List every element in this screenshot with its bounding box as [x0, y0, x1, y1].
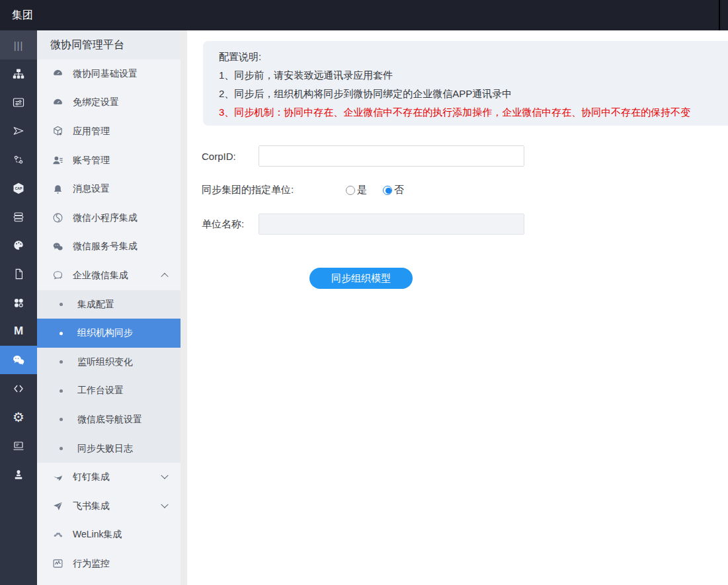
sidebar-item-label: 消息设置: [73, 183, 110, 195]
sidebar-item-message-settings[interactable]: 消息设置: [37, 175, 181, 204]
app-cube-icon: [52, 126, 63, 137]
sidebar-subitem-label: 同步失败日志: [77, 443, 133, 455]
chevron-down-icon: [161, 500, 168, 508]
wecom-icon: [52, 270, 63, 282]
corpid-input[interactable]: [259, 145, 524, 167]
m-letter-icon[interactable]: M: [0, 317, 37, 346]
welink-icon: [52, 529, 63, 541]
corpid-label: CorpID:: [202, 151, 259, 162]
radio-yes[interactable]: 是: [346, 184, 367, 196]
sidebar-item-wecom-integration[interactable]: 企业微信集成: [37, 261, 181, 290]
chevron-down-icon: [161, 472, 168, 479]
bullet-icon: [60, 389, 63, 393]
code-icon[interactable]: [0, 374, 37, 403]
palette-icon[interactable]: [0, 231, 37, 260]
sidebar-item-miniprogram-integration[interactable]: 微信小程序集成: [37, 204, 181, 233]
monitor-icon: [52, 558, 63, 570]
wechat-service-icon: [52, 241, 63, 253]
main-content: 配置说明: 1、同步前，请安装致远通讯录应用套件 2、同步后，组织机构将同步到微…: [187, 30, 728, 585]
dingtalk-icon: [52, 471, 63, 483]
notice-title: 配置说明:: [219, 48, 719, 66]
bullet-icon: [60, 447, 63, 450]
bullet-icon: [60, 360, 63, 364]
icon-rail: ||| CAP M: [0, 30, 37, 585]
sync-org-model-button[interactable]: 同步组织模型: [309, 268, 413, 289]
org-structure-icon[interactable]: [0, 59, 37, 88]
terminal-icon[interactable]: [0, 432, 37, 460]
sidebar-item-feishu-integration[interactable]: 飞书集成: [37, 492, 181, 521]
apps-grid-icon[interactable]: [0, 288, 37, 317]
flow-link-icon[interactable]: [0, 145, 37, 174]
sync-unit-row: 同步集团的指定单位: 是 否: [202, 184, 728, 196]
document-icon[interactable]: [0, 260, 37, 288]
sidebar-subitem-workbench-settings[interactable]: 工作台设置: [37, 377, 181, 406]
sidebar-item-label: 行为监控: [73, 558, 110, 570]
sidebar-item-dingtalk-integration[interactable]: 钉钉集成: [37, 463, 181, 492]
sidebar-item-label: WeLink集成: [73, 529, 122, 541]
settings-panel-icon[interactable]: [0, 88, 37, 116]
sidebar-item-label: 应用管理: [73, 126, 110, 137]
feishu-icon: [52, 500, 63, 512]
sidebar-item-app-management[interactable]: 应用管理: [37, 117, 181, 146]
corpid-row: CorpID:: [202, 145, 728, 167]
topbar-title: 集团: [12, 9, 33, 22]
wecom-submenu: 集成配置 组织机构同步 监听组织变化 工作台设置 微信底导航设置 同步失败日志: [37, 290, 181, 463]
radio-no[interactable]: 否: [383, 184, 404, 196]
gear-icon[interactable]: ⚙: [0, 403, 37, 432]
send-icon[interactable]: [0, 117, 37, 145]
sidebar-subitem-label: 工作台设置: [77, 385, 124, 397]
radio-no-label: 否: [394, 184, 404, 196]
sidebar-subitem-listen-org-changes[interactable]: 监听组织变化: [37, 348, 181, 377]
sidebar-subitem-sync-failure-log[interactable]: 同步失败日志: [37, 434, 181, 463]
sidebar-item-label: 免绑定设置: [73, 97, 119, 108]
gauge-icon: [52, 68, 63, 80]
sidebar-item-label: 微信服务号集成: [73, 241, 138, 253]
sidebar-title: 微协同管理平台: [37, 30, 181, 59]
sidebar-item-label: 微信小程序集成: [73, 212, 138, 224]
notice-line-2: 2、同步后，组织机构将同步到微协同绑定的企业微信APP通讯录中: [219, 85, 719, 103]
sidebar-subitem-integration-config[interactable]: 集成配置: [37, 290, 181, 319]
sidebar-item-unbind-settings[interactable]: 免绑定设置: [37, 89, 181, 118]
sync-unit-label: 同步集团的指定单位:: [202, 184, 346, 196]
radio-yes-label: 是: [357, 184, 367, 196]
chevron-up-icon: [161, 273, 168, 280]
radio-circle-icon: [383, 186, 392, 195]
config-notice-box: 配置说明: 1、同步前，请安装致远通讯录应用套件 2、同步后，组织机构将同步到微…: [203, 41, 728, 126]
sidebar-item-behavior-monitoring[interactable]: 行为监控: [37, 549, 181, 578]
unit-name-input: [259, 214, 524, 235]
sidebar-subitem-label: 集成配置: [77, 299, 114, 311]
sidebar-item-label: 账号管理: [73, 155, 110, 167]
sidebar-item-label: 企业微信集成: [73, 270, 128, 282]
account-icon: [52, 155, 63, 167]
bullet-icon: [60, 303, 63, 306]
unit-name-row: 单位名称:: [202, 214, 728, 235]
stamp-icon[interactable]: [0, 460, 37, 488]
sidebar-item-label: 微协同基础设置: [73, 68, 138, 80]
sync-form: CorpID: 同步集团的指定单位: 是 否 单位名称: 同步组织模型: [187, 145, 728, 289]
svg-text:CAP: CAP: [15, 186, 22, 190]
layers-icon[interactable]: [0, 202, 37, 231]
miniprogram-icon: [52, 212, 63, 224]
sidebar-subitem-label: 微信底导航设置: [77, 414, 142, 426]
notice-line-1: 1、同步前，请安装致远通讯录应用套件: [219, 66, 719, 85]
cap-badge-icon[interactable]: CAP: [0, 174, 37, 202]
sidebar-subitem-org-sync[interactable]: 组织机构同步: [37, 319, 181, 348]
sidebar-item-label: 飞书集成: [73, 500, 110, 512]
unit-name-label: 单位名称:: [202, 218, 259, 231]
wechat-icon[interactable]: [0, 346, 37, 374]
bullet-icon: [60, 418, 63, 421]
sidebar-subitem-label: 组织机构同步: [77, 327, 133, 339]
sidebar-item-wechat-service-integration[interactable]: 微信服务号集成: [37, 233, 181, 262]
notice-line-3: 3、同步机制：协同中存在、企业微信中不存在的执行添加操作，企业微信中存在、协同中…: [219, 103, 719, 122]
sidebar-item-label: 钉钉集成: [73, 471, 110, 483]
sidebar-item-welink-integration[interactable]: WeLink集成: [37, 521, 181, 550]
sidebar-scrollbar[interactable]: [181, 30, 187, 585]
sidebar-item-account-management[interactable]: 账号管理: [37, 146, 181, 175]
topbar-divider: [719, 0, 720, 30]
bell-icon: [52, 183, 63, 195]
topbar: 集团: [0, 0, 728, 30]
sidebar-subitem-label: 监听组织变化: [77, 356, 133, 368]
sidebar-item-base-settings[interactable]: 微协同基础设置: [37, 59, 181, 89]
collapse-menu-icon[interactable]: |||: [0, 30, 37, 59]
sidebar-subitem-wechat-bottom-nav[interactable]: 微信底导航设置: [37, 405, 181, 434]
